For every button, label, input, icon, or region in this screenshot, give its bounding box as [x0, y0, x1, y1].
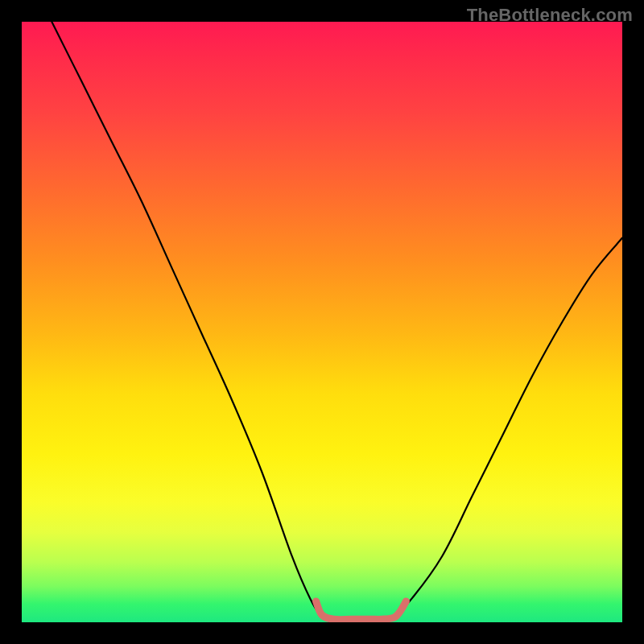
- optimal-zone-marker: [316, 601, 407, 620]
- chart-svg: [22, 22, 622, 622]
- bottleneck-curve: [52, 22, 622, 622]
- chart-frame: [22, 22, 622, 622]
- watermark-text: TheBottleneck.com: [467, 5, 633, 26]
- chart-plot-area: [22, 22, 622, 622]
